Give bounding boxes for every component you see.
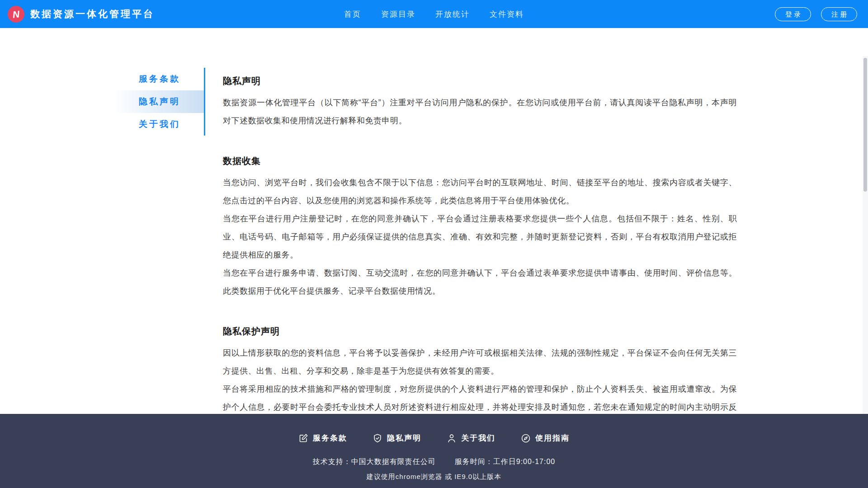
brand[interactable]: N 数据资源一体化管理平台 [8,0,155,28]
user-icon [447,433,457,443]
footer-link-about[interactable]: 关于我们 [447,433,495,443]
register-button[interactable]: 注册 [821,7,857,21]
brand-title: 数据资源一体化管理平台 [30,8,155,20]
paragraph: 因以上情形获取的您的资料信息，平台将予以妥善保护，未经用户许可或根据相关法律、法… [223,344,737,380]
login-button[interactable]: 登录 [775,7,811,21]
sidebar-item-terms[interactable]: 服务条款 [115,68,204,90]
nav-resource-catalog[interactable]: 资源目录 [381,9,415,19]
page: N 数据资源一体化管理平台 首页 资源目录 开放统计 文件资料 登录 注册 服务… [0,0,868,488]
paragraph: 当您在平台进行用户注册登记时，在您的同意并确认下，平台会通过注册表格要求您提供一… [223,210,737,264]
scrollbar-thumb[interactable] [863,58,867,192]
section-heading-privacy-protection: 隐私保护声明 [223,325,737,338]
footer-link-guide[interactable]: 使用指南 [521,433,570,443]
footer-link-label: 关于我们 [461,433,495,443]
footer-link-label: 隐私声明 [387,433,421,443]
content-area: 服务条款 隐私声明 关于我们 隐私声明 数据资源一体化管理平台（以下简称“平台”… [0,28,868,414]
main-content: 隐私声明 数据资源一体化管理平台（以下简称“平台”）注重对平台访问用户隐私的保护… [223,75,737,434]
logo-letter: N [12,9,20,19]
compass-icon [521,433,531,443]
footer: 服务条款 隐私声明 关于我们 [0,414,868,488]
section-privacy-statement: 隐私声明 数据资源一体化管理平台（以下简称“平台”）注重对平台访问用户隐私的保护… [223,75,737,130]
nav-file-documents[interactable]: 文件资料 [490,9,524,19]
nav-open-statistics[interactable]: 开放统计 [435,9,470,19]
paragraph: 数据资源一体化管理平台（以下简称“平台”）注重对平台访问用户隐私的保护。在您访问… [223,94,737,130]
top-header: N 数据资源一体化管理平台 首页 资源目录 开放统计 文件资料 登录 注册 [0,0,868,28]
nav-home[interactable]: 首页 [344,9,361,19]
support-text: 技术支持：中国大数据有限责任公司 [313,457,436,467]
footer-link-label: 服务条款 [313,433,347,443]
browser-tip-text: 建议使用chrome浏览器 或 IE9.0以上版本 [0,473,868,481]
sidebar-item-privacy[interactable]: 隐私声明 [115,90,204,113]
top-nav: 首页 资源目录 开放统计 文件资料 [344,0,524,28]
section-heading-data-collection: 数据收集 [223,155,737,167]
footer-link-label: 使用指南 [535,433,570,443]
paragraph: 当您访问、浏览平台时，我们会收集包含不限于以下信息：您访问平台时的互联网地址、时… [223,174,737,210]
footer-info: 技术支持：中国大数据有限责任公司 服务时间：工作日9:00-17:00 [0,457,868,467]
section-heading-privacy-statement: 隐私声明 [223,75,737,87]
logo-icon: N [8,6,24,23]
sidebar-item-about[interactable]: 关于我们 [115,113,204,136]
paragraph: 当您在平台进行服务申请、数据订阅、互动交流时，在您的同意并确认下，平台会通过表单… [223,264,737,300]
service-time-text: 服务时间：工作日9:00-17:00 [455,457,556,467]
auth-buttons: 登录 注册 [775,0,857,28]
footer-link-terms[interactable]: 服务条款 [298,433,347,443]
footer-link-privacy[interactable]: 隐私声明 [373,433,421,443]
footer-links: 服务条款 隐私声明 关于我们 [0,414,868,443]
edit-square-icon [298,433,308,443]
sidebar: 服务条款 隐私声明 关于我们 [115,68,205,136]
shield-check-icon [373,433,382,443]
scrollbar[interactable] [863,56,868,442]
section-data-collection: 数据收集 当您访问、浏览平台时，我们会收集包含不限于以下信息：您访问平台时的互联… [223,155,737,300]
